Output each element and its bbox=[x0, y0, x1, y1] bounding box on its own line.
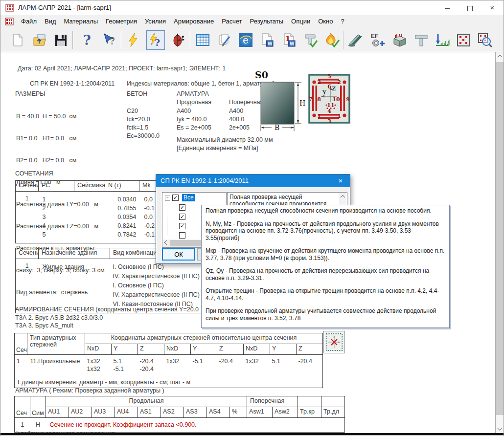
menu-item-geometry[interactable]: Геометрия bbox=[102, 15, 141, 28]
toolbar-button-open-project[interactable] bbox=[30, 30, 49, 50]
col-header-au1: AU1 bbox=[46, 407, 69, 418]
toolbar-button-new-document[interactable] bbox=[8, 30, 27, 50]
empty-header-cell bbox=[298, 396, 321, 407]
toolbar-button-load-diagram[interactable] bbox=[433, 30, 451, 50]
close-button[interactable]: × bbox=[481, 0, 504, 15]
tree-root-checkbox[interactable]: ✓ bbox=[172, 195, 179, 201]
toolbar-button-calculate-query[interactable]: ? bbox=[146, 30, 165, 50]
load-diagram-icon bbox=[434, 32, 450, 48]
toolbar-button-context-help[interactable]: ? bbox=[100, 30, 118, 50]
dialog-titlebar[interactable]: СП РК EN 1992-1-1:2004/2011 bbox=[156, 174, 350, 187]
interaction-curves-icon bbox=[170, 32, 186, 48]
cell-section: 1 bbox=[16, 192, 39, 240]
context-help-icon: ? bbox=[102, 33, 116, 47]
menu-item-window[interactable]: Окно bbox=[314, 15, 337, 28]
sub-header-nxd: NxD bbox=[85, 344, 112, 355]
rebar-row: 1 11.Произвольные 1x321x32 5.1-5.1 -20.4… bbox=[15, 355, 323, 373]
tree-child-checkbox[interactable]: ✓ bbox=[179, 223, 185, 229]
dim-b-label: B bbox=[275, 124, 279, 131]
group-header-longitudinal: Продольная bbox=[46, 396, 247, 407]
rebar-num-8: 8 bbox=[317, 96, 321, 103]
svg-text:W: W bbox=[290, 41, 295, 46]
calculate-icon bbox=[126, 33, 140, 47]
word-numbered-report-icon: 1 W bbox=[282, 33, 297, 47]
scroll-thumb[interactable] bbox=[496, 62, 504, 415]
maximize-button[interactable] bbox=[458, 0, 481, 15]
col-header-as3: AS3 bbox=[184, 407, 207, 418]
scroll-up-button[interactable] bbox=[496, 52, 504, 61]
concrete-title: БЕТОН bbox=[127, 90, 147, 97]
armature-heading: АРМАТУРА ( Режим: Проверка заданной арма… bbox=[15, 387, 164, 394]
ok-button[interactable]: ОК bbox=[162, 248, 195, 261]
toolbar-button-results-table[interactable] bbox=[193, 30, 212, 50]
toolbar-button-calculate[interactable] bbox=[124, 30, 142, 50]
chevron-up-icon bbox=[498, 55, 503, 60]
rebar-num-2: 2 bbox=[317, 79, 321, 86]
dialog-close-button[interactable]: × bbox=[333, 174, 348, 187]
tza-line-1: ТЗА 2. Брус AS.B 2d32 c3.0/3.0 bbox=[15, 314, 103, 321]
toolbar-button-interaction-curves[interactable] bbox=[169, 30, 187, 50]
vertical-scrollbar[interactable] bbox=[495, 52, 504, 433]
tooltip-paragraph: Qz, Qy - Проверка на прочность от действ… bbox=[206, 267, 445, 282]
col-header-sym: Сим bbox=[30, 396, 46, 418]
menu-item-materials[interactable]: Материалы bbox=[60, 15, 102, 28]
toolbar-button-word-report[interactable]: W bbox=[258, 30, 276, 50]
tree-child-checkbox[interactable]: ✓ bbox=[179, 214, 185, 220]
menu-item-results[interactable]: Результаты bbox=[246, 15, 287, 28]
toolbar-button-rebar-add[interactable]: EF bbox=[368, 30, 387, 50]
group-header-transverse: Поперечная bbox=[247, 396, 298, 407]
armature-table: Сеч Сим Продольная Поперечная AU1 AU2 AU… bbox=[14, 396, 345, 433]
section-preview-button[interactable] bbox=[323, 331, 345, 353]
col-header-building: Назначение здания bbox=[39, 248, 110, 259]
col-header-asw1: Asw1 bbox=[247, 407, 273, 418]
toolbar: ? ? ? bbox=[0, 28, 504, 52]
tree-child-checkbox[interactable]: ✓ bbox=[179, 204, 185, 211]
toolbar-button-help[interactable]: ? bbox=[77, 30, 96, 50]
menu-item-reinforcement[interactable]: Армирование bbox=[170, 15, 218, 28]
toolbar-button-fire-check[interactable] bbox=[322, 30, 341, 50]
minimize-button[interactable] bbox=[436, 0, 458, 15]
col-header-as4: AS4 bbox=[207, 407, 230, 418]
menu-item-calculation[interactable]: Расчет bbox=[218, 15, 246, 28]
toolbar-button-edit-report[interactable] bbox=[215, 30, 233, 50]
desc-scroll-up-button[interactable] bbox=[339, 193, 346, 200]
menu: Файл Вид Материалы Геометрия Усилия Арми… bbox=[17, 15, 348, 28]
rebar-coordinates-table: Сеч Тип арматурных стержней Координаты а… bbox=[14, 333, 323, 388]
toolbar-button-save[interactable] bbox=[51, 30, 70, 50]
tza-line-2: ТЗА 3. Брус AS_mult bbox=[15, 322, 73, 329]
menu-item-help[interactable]: ? bbox=[337, 15, 348, 28]
menu-item-file[interactable]: Файл bbox=[17, 15, 41, 28]
sub-header-z: Z bbox=[138, 344, 164, 355]
menu-item-forces[interactable]: Усилия bbox=[141, 15, 170, 28]
rebar-num-3: 3 bbox=[327, 118, 331, 124]
report-code: СП РК EN 1992-1-1:2004/2011 bbox=[30, 80, 115, 87]
toolbar-button-concrete-block[interactable] bbox=[390, 30, 409, 50]
menu-item-view[interactable]: Вид bbox=[41, 15, 60, 28]
hscroll-left-button[interactable] bbox=[163, 240, 170, 247]
svg-text:?: ? bbox=[83, 33, 91, 47]
failure-message: Сечение не проходит. Коэффициент запаса … bbox=[46, 418, 345, 433]
scroll-down-button[interactable] bbox=[496, 425, 504, 433]
toolbar-button-section-points[interactable] bbox=[454, 30, 473, 50]
cell-pc-list: 1 2 3 4 5 bbox=[39, 192, 74, 240]
toolbar-button-wedge-section[interactable] bbox=[346, 30, 365, 50]
toolbar-button-word-numbered-report[interactable]: 1 W bbox=[280, 30, 298, 50]
toolbar-button-t-section[interactable] bbox=[412, 30, 431, 50]
help-tooltip: Полная проверка несущей способности сече… bbox=[201, 205, 450, 328]
svg-text:?: ? bbox=[110, 35, 115, 47]
open-project-icon bbox=[32, 33, 47, 47]
rebar-num-7: 7 bbox=[309, 96, 313, 103]
rebar-values-left: A400 fyk = 400.0 Es = 2e+005 bbox=[177, 107, 211, 132]
toolbar-button-html-report[interactable]: e bbox=[236, 30, 255, 50]
toolbar-separator bbox=[121, 31, 122, 49]
tree-root-label[interactable]: Все bbox=[182, 194, 195, 201]
axis-z-label: Z bbox=[332, 86, 336, 92]
dim-h-label: H bbox=[299, 99, 305, 107]
tree-child-checkbox[interactable] bbox=[179, 232, 185, 239]
toolbar-button-zoom-section[interactable] bbox=[476, 30, 494, 50]
toolbar-button-punching-check[interactable] bbox=[301, 30, 320, 50]
menu-item-options[interactable]: Опции bbox=[287, 15, 314, 28]
armature-result-row: 1 Н Сечение не проходит. Коэффициент зап… bbox=[15, 418, 345, 433]
sub-header-nxd: NxD bbox=[244, 344, 270, 355]
cell-building: Жилые здания bbox=[39, 262, 110, 271]
